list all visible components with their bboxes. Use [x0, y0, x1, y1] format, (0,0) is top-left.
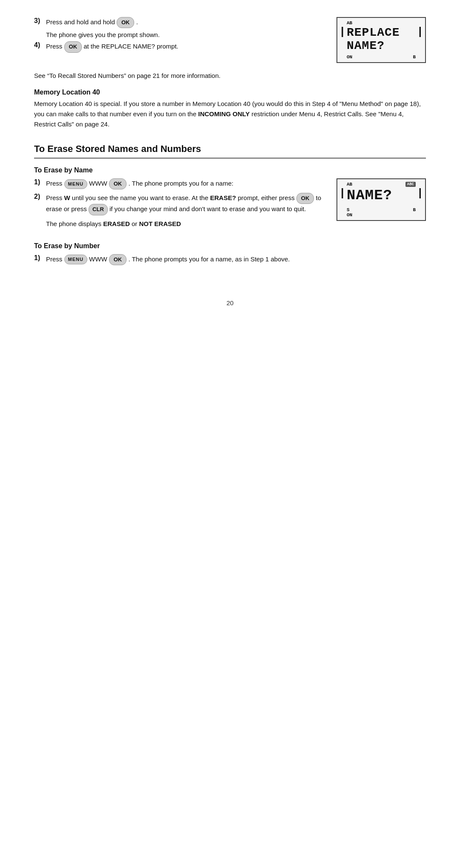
- step-4-num: 4): [34, 41, 46, 49]
- step-4-content: Press OK at the REPLACE NAME? prompt.: [46, 41, 326, 52]
- lcd-bottom-left: ON: [347, 54, 352, 60]
- ok-button-step3[interactable]: OK: [117, 17, 135, 28]
- menu-button-erase1[interactable]: MENU: [64, 179, 87, 189]
- lcd-line1: REPLACE: [347, 26, 416, 40]
- lcd-excl-left: |: [339, 26, 346, 38]
- erase-number-step-1-www: WWW: [89, 255, 109, 263]
- erase-display-note: The phone displays ERASED or NOT ERASED: [46, 219, 326, 229]
- erase-step-1-num: 1): [34, 178, 46, 186]
- step-4-text-after: at the REPLACE NAME? prompt.: [83, 43, 178, 50]
- step-3-text-after: .: [136, 18, 138, 26]
- step-3: 3) Press and hold and hold OK . The phon…: [34, 17, 326, 40]
- lcd-top-row: AB: [347, 20, 416, 26]
- lcd-excl-right: |: [417, 26, 423, 38]
- step-4: 4) Press OK at the REPLACE NAME? prompt.: [34, 41, 326, 52]
- steps-top-section: 3) Press and hold and hold OK . The phon…: [34, 17, 426, 63]
- incoming-only-label: INCOMING ONLY: [198, 110, 250, 117]
- erase-step-1-text-after: . The phone prompts you for a name:: [128, 180, 233, 187]
- erase-by-name-heading: To Erase by Name: [34, 166, 426, 174]
- erase-name-steps: 1) Press MENU WWW OK . The phone prompts…: [34, 178, 426, 230]
- lcd-line2: NAME?: [347, 40, 416, 53]
- menu-button-erase-num[interactable]: MENU: [64, 255, 87, 264]
- lcd-name-bottom-row: S B: [347, 207, 416, 212]
- lcd-name-display: | | AB ABC NAME? S B ON: [336, 178, 426, 221]
- erase-step-1: 1) Press MENU WWW OK . The phone prompts…: [34, 178, 326, 189]
- page-number: 20: [34, 299, 426, 307]
- step-3-num: 3): [34, 17, 46, 25]
- step-3-text-before: Press and hold: [46, 18, 89, 26]
- erase-step-1-www: WWW: [89, 180, 107, 187]
- ok-button-erase1[interactable]: OK: [109, 178, 127, 189]
- lcd-name-excl-right: |: [417, 187, 423, 200]
- ok-button-erase2[interactable]: OK: [296, 193, 314, 204]
- section-divider: [34, 158, 426, 159]
- lcd-name-bottom-s: S: [347, 207, 350, 212]
- lcd-bottom-right: B: [413, 54, 416, 60]
- ok-button-step4[interactable]: OK: [64, 41, 82, 52]
- steps-top-text: 3) Press and hold and hold OK . The phon…: [34, 17, 326, 54]
- lcd-top-left: AB: [347, 20, 352, 26]
- erase-number-step-1-after: . The phone prompts you for a name, as i…: [128, 255, 290, 263]
- erase-number-step-1-before: Press: [46, 255, 62, 263]
- main-section-heading: To Erase Stored Names and Numbers: [34, 143, 426, 155]
- erase-by-number-heading: To Erase by Number: [34, 242, 426, 250]
- erase-number-step-1-num: 1): [34, 254, 46, 262]
- ok-button-erase-num[interactable]: OK: [109, 254, 127, 265]
- erase-number-step-1: 1) Press MENU WWW OK . The phone prompts…: [34, 254, 426, 265]
- erase-step-2-text: Press W until you see the name you want …: [46, 194, 296, 201]
- erase-name-text: 1) Press MENU WWW OK . The phone prompts…: [34, 178, 326, 230]
- erase-number-step-1-content: Press MENU WWW OK . The phone prompts yo…: [46, 254, 426, 265]
- step-3-content: Press and hold and hold OK . The phone g…: [46, 17, 326, 40]
- erase-step-1-text-before: Press: [46, 180, 62, 187]
- abc-badge: ABC: [405, 182, 416, 187]
- lcd-name-line1: NAME?: [347, 188, 416, 203]
- lcd-name-inner: AB ABC NAME? S B ON: [341, 182, 422, 217]
- erase-step-2-num: 2): [34, 193, 46, 201]
- erase-step-2-text-after: if you change your mind and don't want t…: [109, 206, 306, 213]
- lcd-name-bottom-b: B: [413, 207, 416, 212]
- lcd-name-top-row: AB ABC: [347, 182, 416, 187]
- memory-location-heading: Memory Location 40: [34, 89, 426, 96]
- step-3-subtext: The phone gives you the prompt shown.: [46, 30, 326, 40]
- info-text: See “To Recall Stored Numbers” on page 2…: [34, 71, 426, 81]
- lcd-name-excl-left: |: [339, 187, 346, 200]
- memory-location-body: Memory Location 40 is special. If you st…: [34, 99, 426, 129]
- lcd-inner: AB REPLACE NAME? ON B: [341, 20, 422, 60]
- erase-step-2: 2) Press W until you see the name you wa…: [34, 193, 326, 229]
- lcd-name-bottom-on: ON: [347, 212, 416, 218]
- erase-step-2-content: Press W until you see the name you want …: [46, 193, 326, 229]
- erase-step-1-content: Press MENU WWW OK . The phone prompts yo…: [46, 178, 326, 189]
- lcd-bottom-row: ON B: [347, 54, 416, 60]
- step-4-text-before: Press: [46, 43, 62, 50]
- lcd-name-top-left: AB: [347, 182, 352, 187]
- lcd-replace-display: | | AB REPLACE NAME? ON B: [336, 17, 426, 63]
- clr-button-erase2[interactable]: CLR: [89, 204, 108, 215]
